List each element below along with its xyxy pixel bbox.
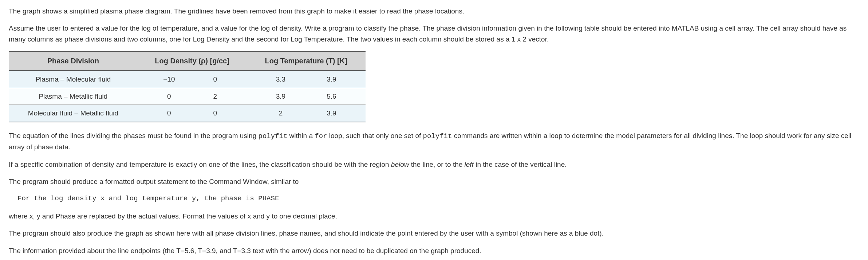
table-row: Molecular fluid – Metallic fluid 00 23.9	[9, 105, 366, 122]
intro-paragraph-2: Assume the user to entered a value for t…	[9, 23, 859, 44]
cell-phase-name: Molecular fluid – Metallic fluid	[9, 105, 138, 122]
emphasis-left: left	[465, 161, 474, 168]
intro-paragraph-1: The graph shows a simplified plasma phas…	[9, 6, 859, 16]
cell-density: 02	[138, 88, 247, 105]
graph-paragraph: The program should also produce the grap…	[9, 228, 859, 239]
code-polyfit-2: polyfit	[423, 132, 452, 140]
emphasis-below: below	[391, 161, 409, 168]
cell-phase-name: Plasma – Metallic fluid	[9, 88, 138, 105]
endpoint-note-paragraph: The information provided about the line …	[9, 245, 859, 256]
format-paragraph: where x, y and Phase are replaced by the…	[9, 211, 859, 221]
table-header-density: Log Density (ρ) [g/cc]	[138, 51, 247, 71]
code-for: for	[315, 132, 327, 140]
table-header-temperature: Log Temperature (T) [K]	[246, 51, 366, 71]
table-header-phase: Phase Division	[9, 51, 138, 71]
table-row: Plasma – Metallic fluid 02 3.95.6	[9, 88, 366, 105]
cell-density: 00	[138, 105, 247, 122]
code-polyfit: polyfit	[259, 132, 288, 140]
phase-division-table: Phase Division Log Density (ρ) [g/cc] Lo…	[9, 51, 366, 122]
cell-temperature: 3.33.9	[246, 71, 366, 88]
boundary-rule-paragraph: If a specific combination of density and…	[9, 159, 859, 170]
cell-density: −100	[138, 71, 247, 88]
cell-temperature: 23.9	[246, 105, 366, 122]
cell-phase-name: Plasma – Molecular fluid	[9, 71, 138, 88]
output-intro-paragraph: The program should produce a formatted o…	[9, 176, 859, 187]
polyfit-paragraph: The equation of the lines dividing the p…	[9, 130, 859, 153]
sample-output-line: For the log density x and log temperatur…	[17, 193, 859, 204]
table-row: Plasma – Molecular fluid −100 3.33.9	[9, 71, 366, 88]
cell-temperature: 3.95.6	[246, 88, 366, 105]
